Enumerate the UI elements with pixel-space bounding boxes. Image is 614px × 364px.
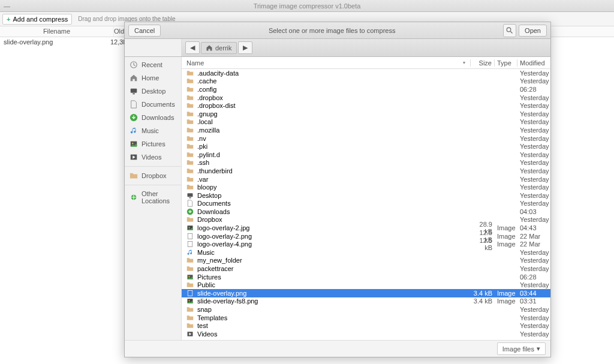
col-size[interactable]: Size	[471, 59, 495, 67]
file-row[interactable]: testYesterday	[182, 321, 550, 330]
file-row[interactable]: slide-overlay.png3.4 kBImage03:44	[182, 289, 550, 297]
file-row[interactable]: .mozillaYesterday	[182, 126, 550, 134]
file-name: logo-overlay-2.jpg	[197, 224, 249, 231]
folder-icon	[186, 143, 194, 150]
file-row[interactable]: .cacheYesterday	[182, 77, 550, 86]
file-name: Documents	[197, 200, 231, 207]
file-modified: Yesterday	[517, 110, 550, 118]
file-row[interactable]: VideosYesterday	[182, 330, 550, 338]
svg-point-7	[132, 143, 133, 144]
folder-icon	[186, 151, 194, 158]
svg-point-14	[189, 227, 190, 228]
sidebar-item-label: Music	[142, 127, 159, 134]
window-minimize[interactable]: —	[4, 2, 10, 10]
file-row[interactable]: TemplatesYesterday	[182, 314, 550, 322]
sidebar-item-videos[interactable]: Videos	[125, 151, 181, 164]
nav-forward-button[interactable]: ▶	[238, 41, 252, 54]
sort-indicator-icon: ▾	[463, 60, 465, 65]
folder-icon	[186, 135, 194, 142]
file-row[interactable]: .nvYesterday	[182, 134, 550, 143]
col-type[interactable]: Type	[495, 59, 517, 67]
file-row[interactable]: .localYesterday	[182, 118, 550, 127]
sidebar-item-label: Desktop	[142, 88, 165, 95]
file-name: Desktop	[197, 192, 221, 199]
sidebar-item-documents[interactable]: Documents	[125, 98, 181, 111]
file-row[interactable]: .gnupgYesterday	[182, 110, 550, 118]
breadcrumb-home[interactable]: derrik	[201, 42, 237, 54]
file-row[interactable]: .thunderbirdYesterday	[182, 167, 550, 175]
sidebar-item-home[interactable]: Home	[125, 71, 181, 85]
file-name: Music	[197, 249, 215, 256]
file-modified: Yesterday	[517, 159, 550, 166]
imageblank-icon	[186, 240, 194, 248]
sidebar-item-label: Dropbox	[142, 172, 167, 179]
file-row[interactable]: .varYesterday	[182, 175, 550, 183]
picture-icon	[186, 273, 194, 281]
file-size: 12.5 kB	[471, 237, 495, 251]
nav-back-button[interactable]: ◀	[185, 41, 200, 54]
add-compress-button[interactable]: + Add and compress	[2, 14, 72, 25]
sidebar-item-dropbox[interactable]: Dropbox	[125, 169, 181, 182]
file-name: .mozilla	[197, 127, 219, 134]
file-row[interactable]: MusicYesterday	[182, 248, 550, 257]
file-chooser-dialog: Cancel Select one or more image files to…	[124, 22, 551, 357]
file-row[interactable]: .audacity-dataYesterday	[182, 69, 550, 77]
open-button[interactable]: Open	[519, 25, 547, 37]
file-modified: Yesterday	[517, 330, 550, 338]
file-row[interactable]: bloopyYesterday	[182, 183, 550, 191]
sidebar-separator	[125, 185, 181, 185]
col-name[interactable]: Name▾	[182, 59, 471, 67]
file-row[interactable]: packettracerYesterday	[182, 264, 550, 273]
col-filename[interactable]: Filename	[0, 26, 114, 37]
file-name: .pki	[197, 143, 207, 150]
file-row[interactable]: DropboxYesterday	[182, 216, 550, 224]
file-row[interactable]: Pictures06:28	[182, 273, 550, 281]
file-modified: Yesterday	[517, 127, 550, 134]
file-row[interactable]: .dropbox-distYesterday	[182, 101, 550, 110]
sidebar-item-music[interactable]: Music	[125, 124, 181, 137]
file-name: .local	[197, 118, 213, 125]
file-modified: 04:03	[517, 208, 550, 215]
file-row[interactable]: Downloads04:03	[182, 207, 550, 216]
folder-icon	[186, 102, 194, 109]
file-row[interactable]: logo-overlay-4.png12.5 kBImage22 Mar	[182, 240, 550, 248]
chevron-down-icon: ▾	[537, 345, 540, 353]
file-row[interactable]: DocumentsYesterday	[182, 200, 550, 208]
file-modified: Yesterday	[517, 322, 550, 329]
file-name: .ssh	[197, 159, 209, 166]
file-row[interactable]: .sshYesterday	[182, 159, 550, 167]
music-icon	[130, 127, 138, 135]
cancel-button[interactable]: Cancel	[128, 25, 161, 37]
dialog-footer: Image files ▾	[125, 340, 550, 357]
folder-icon	[186, 167, 194, 175]
sidebar-item-pictures[interactable]: Pictures	[125, 137, 181, 151]
file-list[interactable]: .audacity-dataYesterday.cacheYesterday.c…	[182, 69, 550, 340]
file-row[interactable]: .dropboxYesterday	[182, 94, 550, 102]
svg-rect-3	[131, 89, 137, 93]
folder-icon	[186, 110, 194, 118]
file-name: .cache	[197, 77, 216, 85]
sidebar-item-desktop[interactable]: Desktop	[125, 85, 181, 98]
file-modified: 22 Mar	[517, 240, 550, 248]
file-row[interactable]: slide-overlay-fs8.png3.4 kBImage03:31	[182, 297, 550, 306]
sidebar-item-recent[interactable]: Recent	[125, 58, 181, 71]
file-row[interactable]: logo-overlay-2.jpg28.9 kBImage04:43	[182, 224, 550, 232]
file-row[interactable]: .config06:28	[182, 85, 550, 94]
sidebar-item-other-locations[interactable]: Other Locations	[125, 188, 181, 207]
file-row[interactable]: .pylint.dYesterday	[182, 151, 550, 159]
file-modified: Yesterday	[517, 281, 550, 288]
col-modified[interactable]: Modified	[517, 59, 550, 67]
file-row[interactable]: my_new_folderYesterday	[182, 257, 550, 265]
sidebar-item-downloads[interactable]: Downloads	[125, 111, 181, 124]
music-icon	[186, 249, 194, 256]
file-row[interactable]: .pkiYesterday	[182, 142, 550, 151]
file-row[interactable]: PublicYesterday	[182, 281, 550, 289]
file-modified: Yesterday	[517, 249, 550, 256]
sidebar-item-label: Recent	[142, 61, 162, 68]
file-row[interactable]: logo-overlay-2.png12.5 kBImage22 Mar	[182, 232, 550, 240]
file-row[interactable]: DesktopYesterday	[182, 191, 550, 200]
file-modified: Yesterday	[517, 306, 550, 313]
file-row[interactable]: snapYesterday	[182, 305, 550, 314]
search-button[interactable]	[503, 24, 516, 37]
file-filter-dropdown[interactable]: Image files ▾	[497, 342, 546, 355]
